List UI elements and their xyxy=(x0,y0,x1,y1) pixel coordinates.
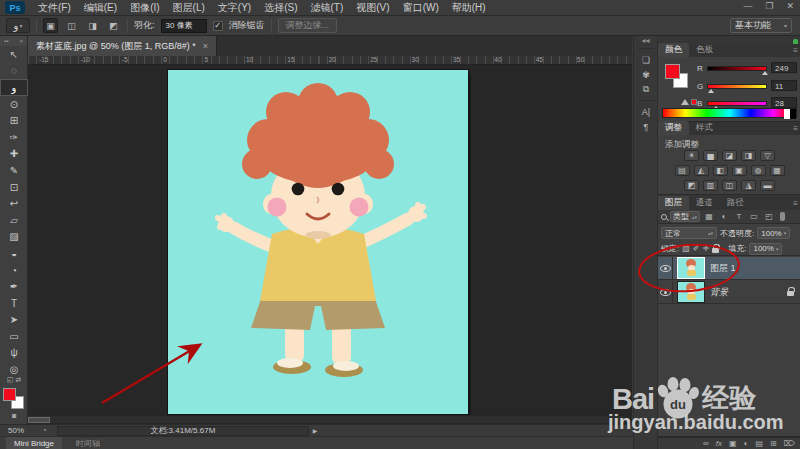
tool-quick-selection[interactable]: ⊙ xyxy=(0,96,28,113)
antialias-checkbox[interactable]: ✓ xyxy=(213,21,223,31)
tab-paths[interactable]: 路径 xyxy=(720,196,751,210)
menu-layer[interactable]: 图层(L) xyxy=(173,1,205,15)
new-group-icon[interactable]: ▤ xyxy=(755,439,763,448)
filter-shape-layers-icon[interactable]: ▭ xyxy=(748,212,760,221)
tool-type[interactable]: T xyxy=(0,295,28,312)
menu-filter[interactable]: 滤镜(T) xyxy=(311,1,344,15)
layer-name[interactable]: 背景 xyxy=(710,286,728,299)
tab-layers[interactable]: 图层 xyxy=(658,196,689,210)
green-channel-slider[interactable] xyxy=(707,84,767,89)
curves-icon[interactable]: ◪ xyxy=(722,150,737,161)
panel-menu-icon[interactable]: ≡ xyxy=(793,46,798,55)
photo-filter-icon[interactable]: ▣ xyxy=(732,165,747,176)
green-channel-value[interactable]: 11 xyxy=(771,80,797,91)
menu-file[interactable]: 文件(F) xyxy=(38,1,71,15)
selection-mode-new[interactable]: ▣ xyxy=(43,18,58,33)
color-spectrum-ramp[interactable] xyxy=(662,108,797,118)
panel-menu-icon[interactable]: ≡ xyxy=(793,199,798,208)
horizontal-scrollbar[interactable] xyxy=(28,415,624,423)
selection-mode-intersect[interactable]: ◩ xyxy=(106,18,121,33)
layer-style-icon[interactable]: fx xyxy=(716,439,722,448)
tab-swatches[interactable]: 色板 xyxy=(689,43,720,57)
invert-icon[interactable]: ◩ xyxy=(684,180,699,191)
blue-channel-value[interactable]: 28 xyxy=(771,97,797,108)
tool-crop[interactable]: ⊞ xyxy=(0,112,28,129)
gamut-warning-icon[interactable] xyxy=(681,99,697,105)
clone-source-panel-icon[interactable]: ⧉ xyxy=(634,82,658,97)
black-white-icon[interactable]: ◧ xyxy=(713,165,728,176)
tool-spot-healing[interactable]: ✚ xyxy=(0,146,28,163)
panel-dots-icon[interactable]: ▪▪ xyxy=(4,38,8,44)
tab-timeline[interactable]: 时间轴 xyxy=(76,438,100,449)
eye-icon[interactable] xyxy=(660,265,671,272)
filter-pixel-layers-icon[interactable]: ▦ xyxy=(703,212,715,221)
opacity-dropdown[interactable]: 100%▾ xyxy=(757,227,790,239)
tab-color[interactable]: 颜色 xyxy=(658,43,689,57)
visibility-cell[interactable] xyxy=(658,257,673,279)
menu-type[interactable]: 文字(Y) xyxy=(218,1,251,15)
foreground-color-well[interactable] xyxy=(665,64,680,79)
quick-mask-button[interactable]: ◙ xyxy=(0,412,28,419)
adjustment-layer-icon[interactable]: ◐ xyxy=(744,439,749,448)
lock-transparency-icon[interactable]: ▨ xyxy=(682,244,690,253)
lock-all-icon[interactable] xyxy=(712,248,719,253)
fill-dropdown[interactable]: 100%▾ xyxy=(749,243,782,255)
tool-marquee[interactable]: ◌ xyxy=(0,63,28,80)
menu-help[interactable]: 帮助(H) xyxy=(452,1,486,15)
restore-button[interactable]: ❐ xyxy=(765,1,773,11)
channel-mixer-icon[interactable]: ◍ xyxy=(751,165,766,176)
workspace-switcher[interactable]: 基本功能▾ xyxy=(730,18,792,33)
filter-smart-objects-icon[interactable]: ◰ xyxy=(763,212,775,221)
lock-pixels-icon[interactable]: ✐ xyxy=(693,244,700,253)
layer-row-background[interactable]: 背景 xyxy=(658,281,800,304)
tool-move[interactable]: ↖ xyxy=(0,46,28,63)
new-layer-icon[interactable]: ⊞ xyxy=(770,439,777,448)
tool-brush[interactable]: ✎ xyxy=(0,162,28,179)
foreground-color-swatch[interactable] xyxy=(3,388,16,401)
current-tool-icon[interactable]: و▾ xyxy=(6,18,30,33)
visibility-cell[interactable] xyxy=(658,281,673,303)
tool-dodge[interactable]: ◔ xyxy=(0,262,28,279)
menu-select[interactable]: 选择(S) xyxy=(264,1,297,15)
minimize-button[interactable]: — xyxy=(743,1,752,11)
tool-history-brush[interactable]: ↩ xyxy=(0,195,28,212)
color-lookup-icon[interactable]: ▦ xyxy=(770,165,785,176)
menu-view[interactable]: 视图(V) xyxy=(356,1,389,15)
tab-channels[interactable]: 通道 xyxy=(689,196,720,210)
tool-path-selection[interactable]: ➤ xyxy=(0,312,28,329)
tool-gradient[interactable]: ▨ xyxy=(0,229,28,246)
layer-name[interactable]: 图层 1 xyxy=(710,262,736,275)
layer-thumbnail[interactable] xyxy=(678,282,704,302)
tool-eyedropper[interactable]: ✑ xyxy=(0,129,28,146)
layer-mask-icon[interactable]: ▣ xyxy=(729,439,737,448)
tool-lasso[interactable]: و xyxy=(0,79,28,96)
collapse-dock-icon[interactable]: ◂◂ xyxy=(634,36,657,45)
layer-thumbnail[interactable] xyxy=(678,258,704,278)
slider-thumb[interactable] xyxy=(708,89,714,93)
slider-thumb[interactable] xyxy=(762,71,768,75)
brightness-contrast-icon[interactable]: ☀ xyxy=(684,150,699,161)
black-chip[interactable] xyxy=(790,109,796,119)
filter-kind-dropdown[interactable]: 类型▴▾ xyxy=(670,211,700,222)
history-panel-icon[interactable]: ❏ xyxy=(634,52,658,67)
tool-clone-stamp[interactable]: ⊡ xyxy=(0,179,28,196)
tool-blur[interactable]: ◒ xyxy=(0,245,28,262)
hue-saturation-icon[interactable]: ▤ xyxy=(675,165,690,176)
tab-adjustments[interactable]: 调整 xyxy=(658,121,689,135)
status-arrow-icon[interactable]: ▶ xyxy=(313,427,318,434)
eye-icon[interactable] xyxy=(660,289,671,296)
refine-edge-button[interactable]: 调整边缘... xyxy=(278,18,338,33)
feather-input[interactable]: 30 像素 xyxy=(161,19,207,33)
link-layers-icon[interactable]: ∞ xyxy=(703,439,709,448)
panel-close-icon[interactable]: × xyxy=(19,38,23,44)
panel-menu-icon[interactable]: ≡ xyxy=(793,124,798,133)
selective-color-icon[interactable]: ◮ xyxy=(741,180,756,191)
swap-colors-icon[interactable]: ◱ ⇄ xyxy=(0,376,28,384)
tool-rectangle-shape[interactable]: ▭ xyxy=(0,328,28,345)
delete-layer-icon[interactable]: ⌦ xyxy=(784,439,795,448)
tab-styles[interactable]: 样式 xyxy=(689,121,720,135)
paragraph-panel-icon[interactable]: ¶ xyxy=(634,119,658,134)
selection-mode-subtract[interactable]: ◨ xyxy=(85,18,100,33)
character-panel-icon[interactable]: A| xyxy=(634,104,658,119)
exposure-icon[interactable]: ◨ xyxy=(741,150,756,161)
